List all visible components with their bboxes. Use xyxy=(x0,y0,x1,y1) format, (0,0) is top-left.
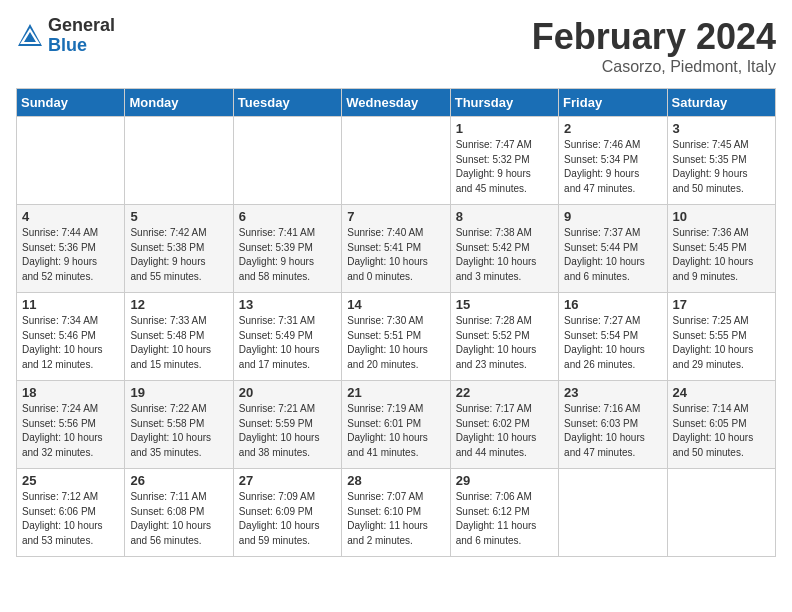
logo-blue-text: Blue xyxy=(48,36,115,56)
calendar-cell: 25Sunrise: 7:12 AM Sunset: 6:06 PM Dayli… xyxy=(17,469,125,557)
calendar-cell: 29Sunrise: 7:06 AM Sunset: 6:12 PM Dayli… xyxy=(450,469,558,557)
day-info: Sunrise: 7:41 AM Sunset: 5:39 PM Dayligh… xyxy=(239,226,336,284)
day-info: Sunrise: 7:07 AM Sunset: 6:10 PM Dayligh… xyxy=(347,490,444,548)
calendar-cell: 20Sunrise: 7:21 AM Sunset: 5:59 PM Dayli… xyxy=(233,381,341,469)
day-number: 2 xyxy=(564,121,661,136)
day-info: Sunrise: 7:11 AM Sunset: 6:08 PM Dayligh… xyxy=(130,490,227,548)
calendar-cell: 22Sunrise: 7:17 AM Sunset: 6:02 PM Dayli… xyxy=(450,381,558,469)
day-of-week-header: Monday xyxy=(125,89,233,117)
day-number: 12 xyxy=(130,297,227,312)
title-area: February 2024 Casorzo, Piedmont, Italy xyxy=(532,16,776,76)
calendar-week-row: 1Sunrise: 7:47 AM Sunset: 5:32 PM Daylig… xyxy=(17,117,776,205)
calendar-cell: 27Sunrise: 7:09 AM Sunset: 6:09 PM Dayli… xyxy=(233,469,341,557)
calendar-cell: 11Sunrise: 7:34 AM Sunset: 5:46 PM Dayli… xyxy=(17,293,125,381)
calendar-cell: 12Sunrise: 7:33 AM Sunset: 5:48 PM Dayli… xyxy=(125,293,233,381)
day-info: Sunrise: 7:17 AM Sunset: 6:02 PM Dayligh… xyxy=(456,402,553,460)
day-of-week-header: Tuesday xyxy=(233,89,341,117)
day-info: Sunrise: 7:25 AM Sunset: 5:55 PM Dayligh… xyxy=(673,314,770,372)
day-number: 27 xyxy=(239,473,336,488)
calendar-cell: 3Sunrise: 7:45 AM Sunset: 5:35 PM Daylig… xyxy=(667,117,775,205)
day-number: 14 xyxy=(347,297,444,312)
calendar-cell: 24Sunrise: 7:14 AM Sunset: 6:05 PM Dayli… xyxy=(667,381,775,469)
calendar-cell: 4Sunrise: 7:44 AM Sunset: 5:36 PM Daylig… xyxy=(17,205,125,293)
calendar-cell: 18Sunrise: 7:24 AM Sunset: 5:56 PM Dayli… xyxy=(17,381,125,469)
day-info: Sunrise: 7:37 AM Sunset: 5:44 PM Dayligh… xyxy=(564,226,661,284)
day-info: Sunrise: 7:47 AM Sunset: 5:32 PM Dayligh… xyxy=(456,138,553,196)
day-info: Sunrise: 7:22 AM Sunset: 5:58 PM Dayligh… xyxy=(130,402,227,460)
calendar-cell: 13Sunrise: 7:31 AM Sunset: 5:49 PM Dayli… xyxy=(233,293,341,381)
day-info: Sunrise: 7:16 AM Sunset: 6:03 PM Dayligh… xyxy=(564,402,661,460)
day-info: Sunrise: 7:28 AM Sunset: 5:52 PM Dayligh… xyxy=(456,314,553,372)
day-info: Sunrise: 7:12 AM Sunset: 6:06 PM Dayligh… xyxy=(22,490,119,548)
day-number: 15 xyxy=(456,297,553,312)
day-of-week-header: Wednesday xyxy=(342,89,450,117)
day-number: 21 xyxy=(347,385,444,400)
day-info: Sunrise: 7:21 AM Sunset: 5:59 PM Dayligh… xyxy=(239,402,336,460)
day-number: 8 xyxy=(456,209,553,224)
calendar-cell: 5Sunrise: 7:42 AM Sunset: 5:38 PM Daylig… xyxy=(125,205,233,293)
calendar-cell: 8Sunrise: 7:38 AM Sunset: 5:42 PM Daylig… xyxy=(450,205,558,293)
calendar-week-row: 4Sunrise: 7:44 AM Sunset: 5:36 PM Daylig… xyxy=(17,205,776,293)
calendar-week-row: 25Sunrise: 7:12 AM Sunset: 6:06 PM Dayli… xyxy=(17,469,776,557)
month-title: February 2024 xyxy=(532,16,776,58)
day-number: 1 xyxy=(456,121,553,136)
calendar-cell: 17Sunrise: 7:25 AM Sunset: 5:55 PM Dayli… xyxy=(667,293,775,381)
day-info: Sunrise: 7:09 AM Sunset: 6:09 PM Dayligh… xyxy=(239,490,336,548)
day-number: 11 xyxy=(22,297,119,312)
day-number: 7 xyxy=(347,209,444,224)
calendar-header-row: SundayMondayTuesdayWednesdayThursdayFrid… xyxy=(17,89,776,117)
calendar-cell: 1Sunrise: 7:47 AM Sunset: 5:32 PM Daylig… xyxy=(450,117,558,205)
calendar-cell: 7Sunrise: 7:40 AM Sunset: 5:41 PM Daylig… xyxy=(342,205,450,293)
day-of-week-header: Thursday xyxy=(450,89,558,117)
calendar-cell xyxy=(559,469,667,557)
calendar-cell: 2Sunrise: 7:46 AM Sunset: 5:34 PM Daylig… xyxy=(559,117,667,205)
day-info: Sunrise: 7:33 AM Sunset: 5:48 PM Dayligh… xyxy=(130,314,227,372)
day-number: 3 xyxy=(673,121,770,136)
day-info: Sunrise: 7:31 AM Sunset: 5:49 PM Dayligh… xyxy=(239,314,336,372)
day-info: Sunrise: 7:14 AM Sunset: 6:05 PM Dayligh… xyxy=(673,402,770,460)
day-number: 5 xyxy=(130,209,227,224)
day-number: 19 xyxy=(130,385,227,400)
calendar-cell: 19Sunrise: 7:22 AM Sunset: 5:58 PM Dayli… xyxy=(125,381,233,469)
day-info: Sunrise: 7:34 AM Sunset: 5:46 PM Dayligh… xyxy=(22,314,119,372)
day-of-week-header: Friday xyxy=(559,89,667,117)
calendar-cell xyxy=(17,117,125,205)
day-number: 9 xyxy=(564,209,661,224)
calendar-cell: 9Sunrise: 7:37 AM Sunset: 5:44 PM Daylig… xyxy=(559,205,667,293)
day-info: Sunrise: 7:27 AM Sunset: 5:54 PM Dayligh… xyxy=(564,314,661,372)
calendar-cell: 14Sunrise: 7:30 AM Sunset: 5:51 PM Dayli… xyxy=(342,293,450,381)
day-number: 17 xyxy=(673,297,770,312)
day-number: 6 xyxy=(239,209,336,224)
day-number: 28 xyxy=(347,473,444,488)
day-number: 18 xyxy=(22,385,119,400)
day-info: Sunrise: 7:30 AM Sunset: 5:51 PM Dayligh… xyxy=(347,314,444,372)
calendar-cell: 10Sunrise: 7:36 AM Sunset: 5:45 PM Dayli… xyxy=(667,205,775,293)
day-info: Sunrise: 7:44 AM Sunset: 5:36 PM Dayligh… xyxy=(22,226,119,284)
day-number: 23 xyxy=(564,385,661,400)
day-info: Sunrise: 7:19 AM Sunset: 6:01 PM Dayligh… xyxy=(347,402,444,460)
day-number: 29 xyxy=(456,473,553,488)
day-info: Sunrise: 7:36 AM Sunset: 5:45 PM Dayligh… xyxy=(673,226,770,284)
header: General Blue February 2024 Casorzo, Pied… xyxy=(16,16,776,76)
calendar-cell: 6Sunrise: 7:41 AM Sunset: 5:39 PM Daylig… xyxy=(233,205,341,293)
calendar-cell xyxy=(342,117,450,205)
calendar-body: 1Sunrise: 7:47 AM Sunset: 5:32 PM Daylig… xyxy=(17,117,776,557)
day-number: 24 xyxy=(673,385,770,400)
calendar-cell xyxy=(233,117,341,205)
day-number: 22 xyxy=(456,385,553,400)
logo: General Blue xyxy=(16,16,115,56)
day-of-week-header: Saturday xyxy=(667,89,775,117)
calendar-cell: 23Sunrise: 7:16 AM Sunset: 6:03 PM Dayli… xyxy=(559,381,667,469)
day-number: 13 xyxy=(239,297,336,312)
calendar-cell xyxy=(125,117,233,205)
calendar-cell xyxy=(667,469,775,557)
day-number: 26 xyxy=(130,473,227,488)
day-info: Sunrise: 7:38 AM Sunset: 5:42 PM Dayligh… xyxy=(456,226,553,284)
day-number: 16 xyxy=(564,297,661,312)
calendar-cell: 28Sunrise: 7:07 AM Sunset: 6:10 PM Dayli… xyxy=(342,469,450,557)
calendar-cell: 16Sunrise: 7:27 AM Sunset: 5:54 PM Dayli… xyxy=(559,293,667,381)
calendar-week-row: 11Sunrise: 7:34 AM Sunset: 5:46 PM Dayli… xyxy=(17,293,776,381)
day-number: 4 xyxy=(22,209,119,224)
day-info: Sunrise: 7:45 AM Sunset: 5:35 PM Dayligh… xyxy=(673,138,770,196)
logo-general-text: General xyxy=(48,16,115,36)
